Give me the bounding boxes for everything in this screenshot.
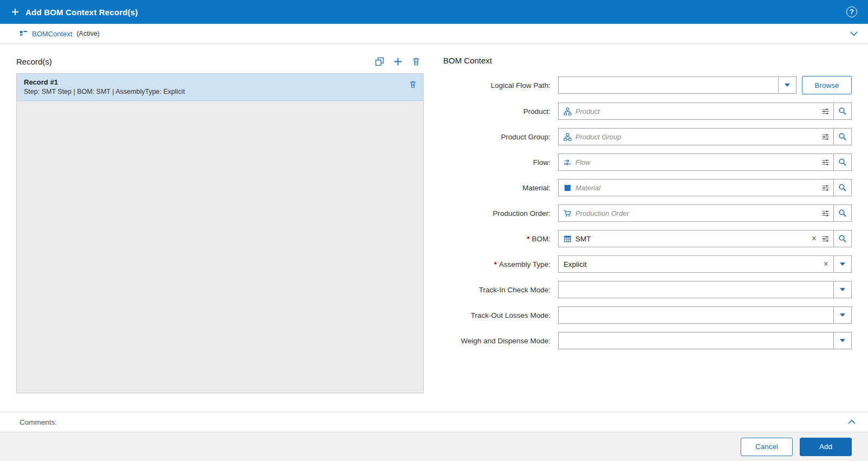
main-content: Record(s) Record #1	[0, 44, 868, 412]
assembly-type-value: Explicit	[563, 260, 819, 268]
logical-flow-path-dropdown-icon[interactable]	[778, 77, 796, 93]
track-in-check-mode-input[interactable]	[558, 281, 834, 298]
product-group-input[interactable]: Product Group	[558, 128, 834, 145]
bom-search-button[interactable]	[833, 230, 852, 247]
bom-icon	[563, 235, 572, 243]
product-placeholder: Product	[575, 107, 818, 116]
field-row-track-in-check-mode: Track-In Check Mode:	[443, 281, 852, 298]
advanced-filter-icon[interactable]	[821, 158, 830, 167]
material-placeholder: Material	[575, 184, 818, 192]
bom-context-form: BOM Context Logical Flow Path: Browse Pr…	[443, 53, 852, 412]
product-input[interactable]: Product	[558, 103, 834, 120]
delete-record-icon[interactable]	[412, 57, 420, 66]
record-delete-icon[interactable]	[409, 80, 417, 88]
records-title: Record(s)	[16, 57, 52, 66]
weigh-and-dispense-mode-input[interactable]	[558, 332, 834, 349]
product-label: Product:	[443, 107, 558, 116]
context-status: (Active)	[76, 30, 99, 37]
product-group-placeholder: Product Group	[575, 133, 818, 141]
form-title: BOM Context	[443, 56, 852, 65]
record-list: Record #1 Step: SMT Step | BOM: SMT | As…	[16, 73, 424, 393]
track-out-losses-mode-label: Track-Out Losses Mode:	[443, 311, 558, 319]
field-row-product: Product: Product	[443, 103, 852, 120]
records-panel: Record(s) Record #1	[16, 53, 424, 412]
required-marker: *	[527, 235, 529, 243]
production-order-label: Production Order:	[443, 209, 558, 217]
advanced-filter-icon[interactable]	[821, 107, 830, 116]
track-in-check-mode-dropdown-button[interactable]	[833, 281, 852, 298]
assembly-type-dropdown-button[interactable]	[833, 255, 852, 273]
weigh-and-dispense-mode-label: Weigh and Dispense Mode:	[443, 337, 558, 345]
advanced-filter-icon[interactable]	[821, 209, 830, 217]
dialog-footer: Cancel Add	[0, 432, 868, 461]
add-bom-context-dialog: Add BOM Context Record(s) ? BOMContext (…	[0, 0, 868, 461]
clear-icon[interactable]: ×	[822, 260, 830, 268]
production-order-icon	[563, 209, 572, 217]
required-marker: *	[494, 260, 497, 268]
copy-record-icon[interactable]	[375, 57, 384, 66]
dialog-title: Add BOM Context Record(s)	[25, 8, 138, 17]
add-record-icon[interactable]	[393, 57, 403, 66]
chevron-down-icon[interactable]	[850, 30, 858, 37]
flow-input[interactable]: Flow	[558, 153, 834, 171]
dialog-header: Add BOM Context Record(s) ?	[0, 0, 868, 24]
logical-flow-path-combobox[interactable]	[558, 76, 796, 94]
assembly-type-label: *Assembly Type:	[443, 260, 558, 268]
comments-label: Comments:	[20, 418, 57, 426]
field-row-logical-flow-path: Logical Flow Path: Browse	[443, 76, 852, 94]
add-icon	[11, 8, 20, 16]
help-icon[interactable]: ?	[846, 7, 857, 17]
chevron-up-icon[interactable]	[847, 419, 856, 425]
field-row-flow: Flow: Flow	[443, 153, 852, 171]
product-group-icon	[563, 133, 572, 141]
bom-label: *BOM:	[443, 235, 558, 243]
field-row-weigh-and-dispense-mode: Weigh and Dispense Mode:	[443, 332, 852, 349]
record-subtitle: Step: SMT Step | BOM: SMT | AssemblyType…	[24, 88, 185, 95]
production-order-input[interactable]: Production Order	[558, 204, 834, 222]
flow-label: Flow:	[443, 158, 558, 167]
product-group-search-button[interactable]	[833, 128, 852, 145]
context-bar: BOMContext (Active)	[0, 24, 868, 44]
field-row-bom: *BOM: SMT ×	[443, 230, 852, 247]
field-row-product-group: Product Group: Product Group	[443, 128, 852, 145]
material-label: Material:	[443, 184, 558, 192]
record-title: Record #1	[24, 78, 185, 86]
field-row-production-order: Production Order: Production Order	[443, 204, 852, 222]
bom-input[interactable]: SMT ×	[558, 230, 834, 247]
production-order-search-button[interactable]	[833, 204, 852, 222]
material-input[interactable]: Material	[558, 179, 834, 196]
field-row-assembly-type: *Assembly Type: Explicit ×	[443, 255, 852, 273]
browse-button[interactable]: Browse	[802, 76, 852, 94]
product-search-button[interactable]	[833, 103, 852, 120]
add-button[interactable]: Add	[800, 438, 852, 456]
logical-flow-path-label: Logical Flow Path:	[443, 81, 558, 89]
flow-placeholder: Flow	[575, 158, 818, 167]
field-row-material: Material: Material	[443, 179, 852, 196]
track-out-losses-mode-input[interactable]	[558, 306, 834, 324]
material-icon	[563, 184, 572, 192]
comments-section[interactable]: Comments:	[0, 412, 868, 432]
track-in-check-mode-label: Track-In Check Mode:	[443, 286, 558, 294]
product-group-label: Product Group:	[443, 133, 558, 141]
flow-icon	[563, 158, 572, 167]
field-row-track-out-losses-mode: Track-Out Losses Mode:	[443, 306, 852, 324]
bom-value: SMT	[575, 235, 807, 243]
record-row[interactable]: Record #1 Step: SMT Step | BOM: SMT | As…	[17, 74, 423, 101]
flow-search-button[interactable]	[833, 153, 852, 171]
context-name[interactable]: BOMContext	[32, 30, 72, 38]
clear-icon[interactable]: ×	[811, 234, 818, 243]
assembly-type-input[interactable]: Explicit ×	[558, 255, 834, 273]
bomcontext-icon	[20, 30, 28, 38]
track-out-losses-mode-dropdown-button[interactable]	[833, 306, 852, 324]
product-icon	[563, 107, 572, 116]
advanced-filter-icon[interactable]	[821, 235, 830, 243]
cancel-button[interactable]: Cancel	[741, 438, 793, 456]
material-search-button[interactable]	[833, 179, 852, 196]
production-order-placeholder: Production Order	[575, 209, 818, 217]
weigh-and-dispense-mode-dropdown-button[interactable]	[833, 332, 852, 349]
advanced-filter-icon[interactable]	[821, 133, 830, 141]
advanced-filter-icon[interactable]	[821, 184, 830, 192]
